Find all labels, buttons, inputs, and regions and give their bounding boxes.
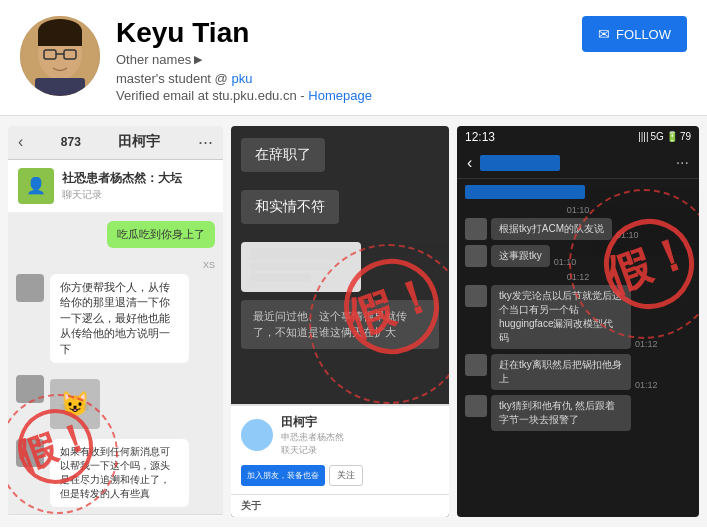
profile-card-sub2: 联天记录 bbox=[281, 444, 439, 457]
message-bubble-left-1: 你方便帮我个人，从传给你的那里退清一下你一下逻么，最好他也能从传给他的地方说明一… bbox=[50, 274, 189, 363]
phone-bubble-5: tky猜到和他有仇 然后跟着字节一块去报警了 bbox=[491, 395, 631, 431]
phone-sender-avatar-3 bbox=[465, 285, 487, 307]
phone-bubble-3: tky发完论点以后节就觉后这个当口有另一个钻huggingface漏洞改模型代码 bbox=[491, 285, 631, 349]
follow-label: FOLLOW bbox=[616, 27, 671, 42]
wechat-menu-icon[interactable]: ··· bbox=[198, 132, 213, 153]
wechat-input-bar: 🎙 😊 + bbox=[8, 514, 223, 517]
phone-bubble-1: 根据tky打ACM的队友说 bbox=[491, 218, 612, 240]
phone-signal: |||| 5G 🔋 79 bbox=[638, 131, 691, 142]
back-icon[interactable]: ‹ bbox=[18, 133, 23, 151]
phone-message-row-1: 根据tky打ACM的队友说 01:10 bbox=[465, 218, 691, 240]
profile-card-info: 田柯宇 申恐患者杨杰然 联天记录 bbox=[281, 414, 439, 457]
chat-title: 社恐患者杨杰然：大坛 bbox=[62, 170, 182, 187]
redacted-name-1 bbox=[465, 185, 585, 199]
middle-chat-area: 在辞职了 和实情不符 最近问过他、这个事情很早就传了，不知道是谁这俩天在扩大 假… bbox=[231, 126, 449, 404]
follow-profile-button[interactable]: 关注 bbox=[329, 465, 363, 486]
msg-time-1: 01:10 bbox=[616, 230, 639, 240]
middle-panel: 在辞职了 和实情不符 最近问过他、这个事情很早就传了，不知道是谁这俩天在扩大 假… bbox=[231, 126, 449, 517]
screenshot-preview bbox=[241, 242, 361, 292]
phone-back-icon[interactable]: ‹ bbox=[467, 154, 472, 172]
phone-time-1: 01:10 bbox=[465, 205, 691, 215]
sender-avatar bbox=[16, 274, 44, 302]
phone-time: 12:13 bbox=[465, 130, 495, 144]
phone-message-area: 01:10 根据tky打ACM的队友说 01:10 这事跟tky 01:10 0… bbox=[457, 179, 699, 517]
avatar bbox=[20, 16, 100, 96]
phone-menu-icon[interactable]: ··· bbox=[676, 154, 689, 172]
phone-bubble-4: 赶在tky离职然后把锅扣他身上 bbox=[491, 354, 631, 390]
dark-bubble-1: 在辞职了 bbox=[241, 138, 325, 172]
affiliation: master's student @ pku bbox=[116, 71, 582, 86]
phone-bubble-2: 这事跟tky bbox=[491, 245, 550, 267]
msg-time-3: 01:12 bbox=[635, 339, 658, 349]
add-friend-button[interactable]: 加入朋友，装备也奋 bbox=[241, 465, 325, 486]
header-info: Keyu Tian Other names ▶ master's student… bbox=[116, 16, 582, 103]
email-separator: - bbox=[300, 88, 304, 103]
wechat-header: ‹ 873 田柯宇 ··· bbox=[8, 126, 223, 160]
dark-bubble-2: 和实情不符 bbox=[241, 190, 339, 224]
chat-info: 社恐患者杨杰然：大坛 聊天记录 bbox=[62, 170, 213, 202]
other-names-arrow: ▶ bbox=[194, 53, 202, 66]
email-prefix: Verified email at bbox=[116, 88, 209, 103]
phone-sender-avatar-4 bbox=[465, 354, 487, 376]
email-address: stu.pku.edu.cn bbox=[212, 88, 297, 103]
battery-pct: 79 bbox=[680, 131, 691, 142]
chat-list-avatar: 👤 bbox=[18, 168, 54, 204]
wechat-contact-name: 田柯宇 bbox=[118, 133, 160, 151]
msg-time-2: 01:10 bbox=[554, 257, 577, 267]
svg-rect-7 bbox=[35, 78, 85, 96]
messages-area: 吃瓜吃到你身上了 XS 你方便帮我个人，从传给你的那里退清一下你一下逻么，最好他… bbox=[8, 213, 223, 514]
phone-message-row-2: 这事跟tky 01:10 bbox=[465, 245, 691, 267]
phone-message-row-5: tky猜到和他有仇 然后跟着字节一块去报警了 bbox=[465, 395, 691, 431]
follow-icon: ✉ bbox=[598, 26, 610, 42]
wechat-panel: ‹ 873 田柯宇 ··· 👤 社恐患者杨杰然：大坛 聊天记录 吃瓜吃到你身上了… bbox=[8, 126, 223, 517]
chat-preview: 聊天记录 bbox=[62, 188, 213, 202]
phone-sender-avatar-1 bbox=[465, 218, 487, 240]
other-names-link[interactable]: Other names ▶ bbox=[116, 52, 582, 67]
message-row-left-1: 你方便帮我个人，从传给你的那里退清一下你一下逻么，最好他也能从传给他的地方说明一… bbox=[16, 274, 215, 369]
phone-sender-avatar-2 bbox=[465, 245, 487, 267]
profile-card-buttons: 加入朋友，装备也奋 关注 bbox=[231, 461, 449, 494]
profile-name: Keyu Tian bbox=[116, 16, 582, 50]
svg-rect-3 bbox=[38, 31, 82, 46]
follow-button[interactable]: ✉ FOLLOW bbox=[582, 16, 687, 52]
other-names-label: Other names bbox=[116, 52, 191, 67]
phone-status-bar: 12:13 |||| 5G 🔋 79 bbox=[457, 126, 699, 148]
profile-header: Keyu Tian Other names ▶ master's student… bbox=[0, 0, 707, 116]
message-bubble-right-1: 吃瓜吃到你身上了 bbox=[107, 221, 215, 248]
profile-card: 田柯宇 申恐患者杨杰然 联天记录 加入朋友，装备也奋 关注 关于 bbox=[231, 404, 449, 517]
homepage-link[interactable]: Homepage bbox=[308, 88, 372, 103]
avatar-image bbox=[20, 16, 100, 96]
content-area: ‹ 873 田柯宇 ··· 👤 社恐患者杨杰然：大坛 聊天记录 吃瓜吃到你身上了… bbox=[0, 116, 707, 527]
signal-5g: 5G bbox=[651, 131, 664, 142]
sticker-row: 😺 bbox=[16, 375, 215, 433]
profile-card-avatar bbox=[241, 419, 273, 451]
sender-avatar-2 bbox=[16, 375, 44, 403]
phone-time-3: 01:12 bbox=[465, 272, 691, 282]
email-line: Verified email at stu.pku.edu.cn - Homep… bbox=[116, 88, 582, 103]
phone-chat-header: ‹ ··· bbox=[457, 148, 699, 179]
message-bubble-left-2: 如果有收到任何新消息可以帮我一下这个吗，源头是在尽力追溯和传止了，但是转发的人有… bbox=[50, 439, 189, 507]
chat-list-item[interactable]: 👤 社恐患者杨杰然：大坛 聊天记录 bbox=[8, 160, 223, 213]
signal-bars: |||| bbox=[638, 131, 648, 142]
affiliation-prefix: master's student @ bbox=[116, 71, 228, 86]
phone-message-row-4: 赶在tky离职然后把锅扣他身上 01:12 bbox=[465, 354, 691, 390]
msg-time-4: 01:12 bbox=[635, 380, 658, 390]
dark-message-long: 最近问过他、这个事情很早就传了，不知道是谁这俩天在扩大 bbox=[241, 300, 439, 349]
cat-sticker: 😺 bbox=[50, 379, 100, 429]
message-badge: XS bbox=[16, 260, 215, 270]
affiliation-link[interactable]: pku bbox=[231, 71, 252, 86]
about-label: 关于 bbox=[241, 499, 439, 513]
message-row-left-2: 如果有收到任何新消息可以帮我一下这个吗，源头是在尽力追溯和传止了，但是转发的人有… bbox=[16, 439, 215, 513]
phone-sender-avatar-5 bbox=[465, 395, 487, 417]
sender-avatar-3 bbox=[16, 439, 44, 467]
profile-card-sub1: 申恐患者杨杰然 bbox=[281, 431, 439, 444]
profile-card-name: 田柯宇 bbox=[281, 414, 439, 431]
battery-icon: 🔋 bbox=[666, 131, 678, 142]
phone-message-row-3: tky发完论点以后节就觉后这个当口有另一个钻huggingface漏洞改模型代码… bbox=[465, 285, 691, 349]
chat-name-bar bbox=[480, 155, 560, 171]
wechat-count: 873 bbox=[61, 135, 81, 149]
right-panel: 12:13 |||| 5G 🔋 79 ‹ ··· 01:10 根据t bbox=[457, 126, 699, 517]
